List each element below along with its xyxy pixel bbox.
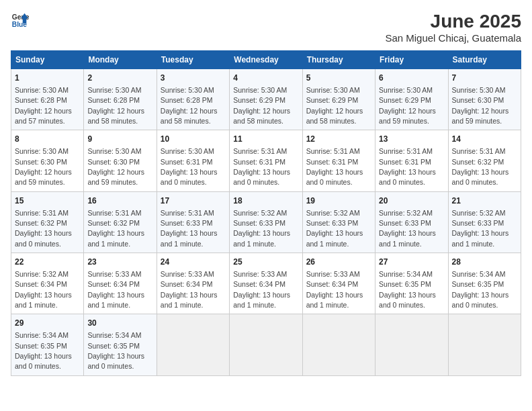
week-row-5: 29 Sunrise: 5:34 AMSunset: 6:35 PMDaylig… <box>11 314 521 375</box>
empty-cell-4 <box>375 314 448 375</box>
day-25: 25 Sunrise: 5:33 AMSunset: 6:34 PMDaylig… <box>230 253 302 314</box>
week-row-4: 22 Sunrise: 5:32 AMSunset: 6:34 PMDaylig… <box>11 253 521 314</box>
empty-cell-1 <box>157 314 229 375</box>
week-row-3: 15 Sunrise: 5:31 AMSunset: 6:32 PMDaylig… <box>11 191 521 253</box>
day-26: 26 Sunrise: 5:33 AMSunset: 6:34 PMDaylig… <box>302 253 375 314</box>
day-9: 9 Sunrise: 5:30 AMSunset: 6:30 PMDayligh… <box>84 130 157 191</box>
day-3: 3 Sunrise: 5:30 AMSunset: 6:28 PMDayligh… <box>157 69 229 130</box>
day-19: 19 Sunrise: 5:32 AMSunset: 6:33 PMDaylig… <box>302 191 375 253</box>
day-6: 6 Sunrise: 5:30 AMSunset: 6:29 PMDayligh… <box>375 69 448 130</box>
empty-cell-3 <box>302 314 375 375</box>
day-8: 8 Sunrise: 5:30 AMSunset: 6:30 PMDayligh… <box>11 130 84 191</box>
header-sunday: Sunday <box>11 51 84 69</box>
day-13: 13 Sunrise: 5:31 AMSunset: 6:31 PMDaylig… <box>375 130 448 191</box>
day-17: 17 Sunrise: 5:31 AMSunset: 6:33 PMDaylig… <box>157 191 229 253</box>
month-year-title: June 2025 <box>385 11 521 32</box>
week-row-2: 8 Sunrise: 5:30 AMSunset: 6:30 PMDayligh… <box>11 130 521 191</box>
day-18: 18 Sunrise: 5:32 AMSunset: 6:33 PMDaylig… <box>230 191 302 253</box>
header-thursday: Thursday <box>302 51 375 69</box>
day-7: 7 Sunrise: 5:30 AMSunset: 6:30 PMDayligh… <box>448 69 521 130</box>
title-area: June 2025 San Miguel Chicaj, Guatemala <box>385 11 521 44</box>
day-29: 29 Sunrise: 5:34 AMSunset: 6:35 PMDaylig… <box>11 314 84 375</box>
day-22: 22 Sunrise: 5:32 AMSunset: 6:34 PMDaylig… <box>11 253 84 314</box>
day-10: 10 Sunrise: 5:30 AMSunset: 6:31 PMDaylig… <box>157 130 229 191</box>
header-monday: Monday <box>84 51 157 69</box>
empty-cell-5 <box>448 314 521 375</box>
day-23: 23 Sunrise: 5:33 AMSunset: 6:34 PMDaylig… <box>84 253 157 314</box>
header-saturday: Saturday <box>448 51 521 69</box>
day-11: 11 Sunrise: 5:31 AMSunset: 6:31 PMDaylig… <box>230 130 302 191</box>
calendar-table: Sunday Monday Tuesday Wednesday Thursday… <box>11 50 521 376</box>
day-28: 28 Sunrise: 5:34 AMSunset: 6:35 PMDaylig… <box>448 253 521 314</box>
week-row-1: 1 Sunrise: 5:30 AMSunset: 6:28 PMDayligh… <box>11 69 521 130</box>
weekday-header-row: Sunday Monday Tuesday Wednesday Thursday… <box>11 51 521 69</box>
empty-cell-2 <box>230 314 302 375</box>
location-subtitle: San Miguel Chicaj, Guatemala <box>385 32 521 44</box>
day-24: 24 Sunrise: 5:33 AMSunset: 6:34 PMDaylig… <box>157 253 229 314</box>
day-27: 27 Sunrise: 5:34 AMSunset: 6:35 PMDaylig… <box>375 253 448 314</box>
day-15: 15 Sunrise: 5:31 AMSunset: 6:32 PMDaylig… <box>11 191 84 253</box>
day-2: 2 Sunrise: 5:30 AMSunset: 6:28 PMDayligh… <box>84 69 157 130</box>
day-4: 4 Sunrise: 5:30 AMSunset: 6:29 PMDayligh… <box>230 69 302 130</box>
logo: General Blue <box>11 11 30 30</box>
day-5: 5 Sunrise: 5:30 AMSunset: 6:29 PMDayligh… <box>302 69 375 130</box>
day-30: 30 Sunrise: 5:34 AMSunset: 6:35 PMDaylig… <box>84 314 157 375</box>
day-16: 16 Sunrise: 5:31 AMSunset: 6:32 PMDaylig… <box>84 191 157 253</box>
day-20: 20 Sunrise: 5:32 AMSunset: 6:33 PMDaylig… <box>375 191 448 253</box>
page-header: General Blue June 2025 San Miguel Chicaj… <box>11 11 521 44</box>
day-21: 21 Sunrise: 5:32 AMSunset: 6:33 PMDaylig… <box>448 191 521 253</box>
header-wednesday: Wednesday <box>230 51 302 69</box>
logo-icon: General Blue <box>11 11 30 30</box>
header-friday: Friday <box>375 51 448 69</box>
header-tuesday: Tuesday <box>157 51 229 69</box>
day-1: 1 Sunrise: 5:30 AMSunset: 6:28 PMDayligh… <box>11 69 84 130</box>
day-12: 12 Sunrise: 5:31 AMSunset: 6:31 PMDaylig… <box>302 130 375 191</box>
day-14: 14 Sunrise: 5:31 AMSunset: 6:32 PMDaylig… <box>448 130 521 191</box>
